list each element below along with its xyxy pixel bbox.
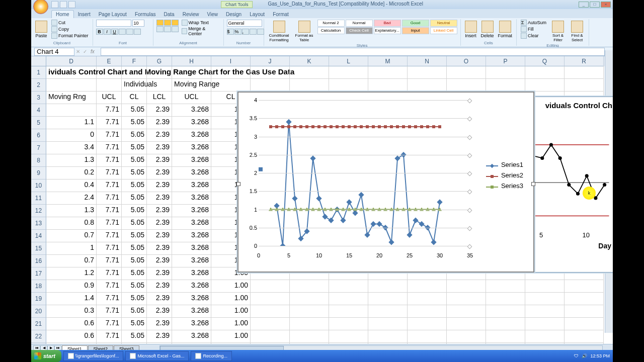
cell[interactable]: [368, 66, 408, 79]
cell[interactable]: 5.05: [122, 255, 147, 267]
copy-button[interactable]: Copy: [50, 26, 90, 32]
cell[interactable]: [408, 305, 447, 318]
row-header[interactable]: 5: [31, 117, 46, 129]
cell[interactable]: 5.05: [122, 217, 147, 230]
cell[interactable]: 7.71: [97, 117, 122, 129]
format-as-table-button[interactable]: Format as Table: [293, 20, 315, 43]
cell[interactable]: 2.39: [147, 267, 172, 280]
row-header[interactable]: 20: [31, 305, 46, 318]
cell[interactable]: 2.4: [46, 192, 97, 205]
row-header[interactable]: 11: [31, 192, 46, 205]
cell[interactable]: [486, 305, 525, 318]
cell[interactable]: 1: [46, 242, 97, 255]
insert-cells-button[interactable]: Insert: [464, 20, 478, 39]
bold-button[interactable]: B: [96, 29, 103, 35]
cell[interactable]: 1.3: [46, 205, 97, 217]
tray-icon[interactable]: 🛡: [574, 353, 579, 358]
column-header[interactable]: F: [122, 56, 147, 66]
column-header[interactable]: P: [486, 56, 525, 66]
cell[interactable]: 3.268: [172, 318, 211, 330]
cell[interactable]: 3.268: [172, 154, 211, 167]
cell[interactable]: [329, 330, 368, 343]
cell[interactable]: [447, 79, 486, 92]
cell[interactable]: 2.39: [147, 205, 172, 217]
cell[interactable]: [565, 293, 604, 305]
cell[interactable]: [251, 66, 290, 79]
cell[interactable]: [46, 104, 97, 117]
cell[interactable]: [368, 79, 408, 92]
cell[interactable]: 7.71: [97, 217, 122, 230]
row-header[interactable]: 12: [31, 205, 46, 217]
cell[interactable]: 0.3: [46, 305, 97, 318]
cell[interactable]: 7.71: [97, 343, 122, 344]
cell[interactable]: [368, 318, 408, 330]
row-header[interactable]: 17: [31, 267, 46, 280]
cell[interactable]: 1.1: [46, 117, 97, 129]
cell[interactable]: 7.71: [97, 179, 122, 192]
cell[interactable]: LCL: [147, 92, 172, 104]
row-header[interactable]: 21: [31, 318, 46, 330]
cell[interactable]: 3.268: [172, 230, 211, 242]
cell[interactable]: [525, 318, 565, 330]
cell[interactable]: 7.71: [97, 242, 122, 255]
cell[interactable]: 1.00: [211, 343, 251, 344]
column-header[interactable]: D: [46, 56, 97, 66]
minimize-button[interactable]: _: [579, 2, 589, 8]
chart-legend[interactable]: Series1Series2Series3: [486, 158, 523, 193]
cell[interactable]: 3.268: [172, 104, 211, 117]
cell[interactable]: 5.05: [122, 117, 147, 129]
cell[interactable]: 2.39: [147, 255, 172, 267]
currency-button[interactable]: $: [227, 29, 234, 35]
cell[interactable]: [368, 343, 408, 344]
cell[interactable]: 2.39: [147, 104, 172, 117]
row-header[interactable]: 13: [31, 217, 46, 230]
cell[interactable]: 0.8: [46, 217, 97, 230]
wrap-text-button[interactable]: Wrap Text: [181, 20, 220, 26]
cell-style-option[interactable]: Neutral: [430, 20, 457, 27]
cell[interactable]: 7.71: [97, 330, 122, 343]
ribbon-tab-formulas[interactable]: Formulas: [131, 11, 160, 18]
cell[interactable]: 3.268: [172, 242, 211, 255]
cell[interactable]: [329, 293, 368, 305]
cell[interactable]: [329, 305, 368, 318]
column-header[interactable]: I: [211, 56, 251, 66]
cell[interactable]: 5.05: [122, 267, 147, 280]
cell[interactable]: 1.00: [211, 280, 251, 293]
column-header[interactable]: J: [251, 56, 290, 66]
cell[interactable]: 5.05: [122, 305, 147, 318]
cell[interactable]: [97, 66, 122, 79]
cell[interactable]: UCL: [97, 92, 122, 104]
fill-button[interactable]: Fill: [520, 26, 547, 32]
cell[interactable]: 1.00: [211, 330, 251, 343]
cell[interactable]: [251, 318, 290, 330]
column-header[interactable]: R: [565, 56, 604, 66]
cell[interactable]: [329, 343, 368, 344]
cell[interactable]: 0.7: [46, 230, 97, 242]
chart-plot-area[interactable]: [259, 100, 470, 246]
cell[interactable]: [290, 305, 329, 318]
paste-button[interactable]: Paste: [34, 20, 48, 39]
column-header[interactable]: E: [97, 56, 122, 66]
cell[interactable]: [447, 330, 486, 343]
ribbon-tab-home[interactable]: Home: [51, 10, 74, 18]
cell[interactable]: 7.71: [97, 280, 122, 293]
column-header[interactable]: L: [329, 56, 368, 66]
system-tray[interactable]: 🛡 🔊 12:53 PM: [571, 353, 613, 358]
ribbon-tab-view[interactable]: View: [203, 11, 222, 18]
conditional-formatting-button[interactable]: Conditional Formatting: [267, 20, 291, 43]
cell[interactable]: 1.3: [46, 154, 97, 167]
cell[interactable]: 5.05: [122, 142, 147, 154]
cell[interactable]: 2.39: [147, 129, 172, 142]
align-center-button[interactable]: [164, 26, 171, 32]
cell[interactable]: 2.39: [147, 305, 172, 318]
cell[interactable]: [251, 293, 290, 305]
cell[interactable]: 2.39: [147, 318, 172, 330]
cell[interactable]: 5.05: [122, 192, 147, 205]
cell[interactable]: 7.71: [97, 154, 122, 167]
cell[interactable]: [525, 330, 565, 343]
row-headers[interactable]: 1234567891011121314151617181920212223: [31, 66, 46, 344]
start-button[interactable]: start: [31, 350, 61, 362]
column-header[interactable]: H: [172, 56, 211, 66]
cell[interactable]: [147, 79, 172, 92]
cell-style-option[interactable]: Check Cell: [346, 27, 373, 34]
